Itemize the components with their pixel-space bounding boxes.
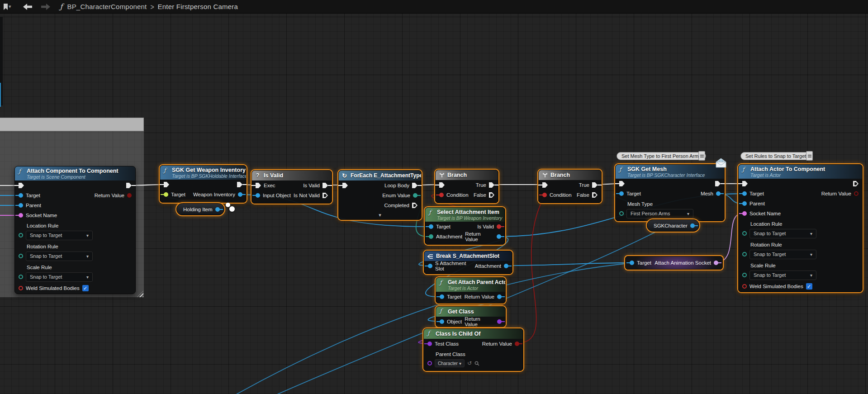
node-comment-bubble[interactable]: Set Rules to Snap to Target <box>740 152 811 160</box>
rotation-rule-dropdown[interactable]: Snap to Target▾ <box>749 250 816 259</box>
scale-rule-dropdown[interactable]: Snap to Target▾ <box>749 271 816 280</box>
target-pin[interactable] <box>164 192 168 197</box>
location-rule-pin[interactable] <box>19 233 23 237</box>
is-not-valid-exec-pin[interactable] <box>323 193 328 198</box>
false-exec-pin[interactable] <box>592 192 598 198</box>
browse-magnifier-icon[interactable] <box>474 361 479 366</box>
rotation-rule-pin[interactable] <box>19 254 23 258</box>
target-pin[interactable] <box>19 193 23 198</box>
enum-value-pin[interactable] <box>413 193 417 198</box>
node-sgk-get-weapon-inventory[interactable]: ƒ SGK Get Weapon Inventory Target is BP … <box>160 165 247 203</box>
scale-rule-pin[interactable] <box>742 273 747 277</box>
node-sgk-get-mesh[interactable]: ƒ SGK Get Mesh Target is BP SGKCharacter… <box>615 164 725 221</box>
is-valid-pin[interactable] <box>497 224 501 229</box>
node-class-is-child-of[interactable]: ƒ Class Is Child Of Test Class Return Va… <box>423 328 523 371</box>
true-exec-pin[interactable] <box>489 182 494 188</box>
loop-body-exec-pin[interactable] <box>412 183 417 188</box>
location-rule-dropdown[interactable]: Snap to Target▾ <box>26 231 93 240</box>
forward-button[interactable] <box>38 0 53 14</box>
input-object-pin[interactable] <box>256 193 260 198</box>
node-foreach-attachmenttype[interactable]: ↻ ForEach E_AttachmentType Loop Body Enu… <box>338 170 422 220</box>
socket-name-pin[interactable] <box>742 211 747 216</box>
attachment-slot-pin[interactable] <box>428 264 432 268</box>
exec-in-pin[interactable] <box>439 182 445 188</box>
rotation-rule-pin[interactable] <box>742 252 747 256</box>
node-branch-2[interactable]: Branch True Condition False <box>538 170 602 203</box>
parent-class-pin[interactable] <box>427 361 432 366</box>
reset-to-default-icon[interactable]: ↺ <box>467 361 472 366</box>
exec-out-pin[interactable] <box>853 181 859 186</box>
holding-item-out-pin[interactable] <box>215 207 220 212</box>
target-pin[interactable] <box>742 191 747 196</box>
return-value-pin[interactable] <box>497 294 502 299</box>
blueprint-graph-canvas[interactable]: ▾ ƒ BP_CharacterComponent > Enter Firstp… <box>0 0 868 394</box>
return-value-pin[interactable] <box>854 191 859 196</box>
node-attach-animation-socket[interactable]: Target Attach Animation Socket <box>625 256 723 270</box>
scale-rule-dropdown[interactable]: Snap to Target▾ <box>26 272 93 282</box>
node-attach-component-to-component[interactable]: ƒ Attach Component To Component Target i… <box>14 166 136 294</box>
condition-pin[interactable] <box>439 193 444 197</box>
mesh-type-pin[interactable] <box>619 211 624 216</box>
comment-pin-button[interactable] <box>698 151 705 161</box>
exec-in-pin[interactable] <box>19 183 24 188</box>
node-comment-bubble[interactable]: Set Mesh Type to First Person Arms <box>617 152 706 160</box>
socket-name-pin[interactable] <box>19 213 23 218</box>
exec-out-pin[interactable] <box>126 183 132 188</box>
breadcrumb-root[interactable]: BP_CharacterComponent <box>67 3 147 10</box>
target-pin[interactable] <box>429 224 433 229</box>
return-value-pin[interactable] <box>497 234 501 239</box>
bookmark-button[interactable]: ▾ <box>0 0 14 14</box>
weld-checkbox[interactable]: ✓ <box>82 285 89 291</box>
exec-in-pin[interactable] <box>164 182 169 187</box>
return-value-pin[interactable] <box>127 193 132 198</box>
exec-in-pin[interactable] <box>742 181 748 186</box>
return-value-pin[interactable] <box>497 319 502 324</box>
test-class-pin[interactable] <box>427 342 432 346</box>
node-break-attachmentslot[interactable]: Break S_AttachmentSlot S Attachment Slot… <box>424 251 512 274</box>
node-attach-actor-to-component[interactable]: ƒ Attach Actor To Component Target is Ac… <box>738 164 863 292</box>
attachment-out-pin[interactable] <box>504 264 508 268</box>
scale-rule-pin[interactable] <box>19 275 23 279</box>
node-branch-1[interactable]: Branch True Condition False <box>435 170 498 203</box>
back-button[interactable] <box>20 0 35 14</box>
target-pin[interactable] <box>440 294 444 299</box>
collapse-chevron-icon[interactable]: ▾ <box>379 212 381 218</box>
weld-pin[interactable] <box>19 286 23 290</box>
exec-in-pin[interactable] <box>256 183 261 188</box>
node-get-attach-parent-actor[interactable]: ƒ Get Attach Parent Actor Target is Acto… <box>436 277 506 304</box>
mesh-out-pin[interactable] <box>716 191 721 196</box>
attachment-pin[interactable] <box>429 234 433 239</box>
exec-out-pin[interactable] <box>715 181 721 186</box>
attach-animation-socket-pin[interactable] <box>714 261 718 265</box>
rotation-rule-dropdown[interactable]: Snap to Target▾ <box>26 252 93 261</box>
is-valid-exec-pin[interactable] <box>323 183 328 188</box>
exec-out-pin[interactable] <box>237 182 242 187</box>
exec-in-pin[interactable] <box>542 182 548 188</box>
node-select-attachment-item[interactable]: ƒ Select Attachment Item Target is BP We… <box>425 207 505 245</box>
node-is-valid[interactable]: ? Is Valid Exec Is Valid Input Object Is… <box>251 170 332 204</box>
location-rule-dropdown[interactable]: Snap to Target▾ <box>749 229 816 238</box>
parent-pin[interactable] <box>742 201 747 206</box>
condition-pin[interactable] <box>542 193 547 197</box>
false-exec-pin[interactable] <box>489 192 494 198</box>
return-value-pin[interactable] <box>515 342 519 346</box>
weapon-inventory-pin[interactable] <box>238 192 242 197</box>
sgkcharacter-out-pin[interactable] <box>690 223 695 228</box>
exec-in-pin[interactable] <box>342 183 348 188</box>
target-pin[interactable] <box>630 261 634 265</box>
node-get-class[interactable]: ƒ Get Class Object Return Value <box>436 306 506 327</box>
true-exec-pin[interactable] <box>592 182 598 188</box>
completed-exec-pin[interactable] <box>412 203 417 208</box>
location-rule-pin[interactable] <box>742 231 747 236</box>
exec-in-pin[interactable] <box>619 181 625 186</box>
comment-pin-button[interactable] <box>806 151 813 161</box>
parent-pin[interactable] <box>19 203 23 208</box>
parent-class-dropdown[interactable]: Character▾ <box>435 359 465 367</box>
node-sgkcharacter-getter[interactable]: SGKCharacter <box>647 219 699 232</box>
weld-pin[interactable] <box>742 284 747 289</box>
target-pin[interactable] <box>619 191 624 196</box>
node-holding-item-getter[interactable]: Holding Item <box>176 203 224 215</box>
mesh-type-dropdown[interactable]: First Person Arms▾ <box>626 209 693 218</box>
weld-checkbox[interactable]: ✓ <box>806 283 812 290</box>
object-pin[interactable] <box>440 319 444 324</box>
